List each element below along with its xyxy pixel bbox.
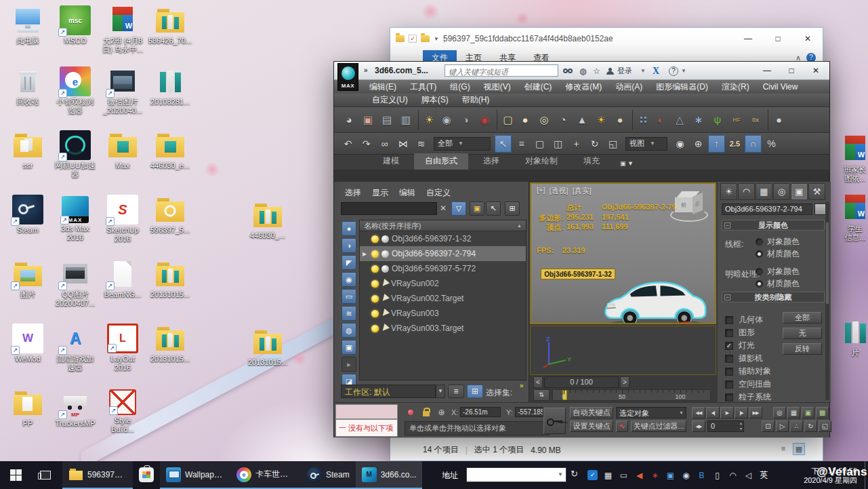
battery-icon[interactable]: ▯ xyxy=(710,468,724,482)
edit-box-icon[interactable]: ⊞ xyxy=(505,201,520,216)
antivirus-shield-icon[interactable]: ✓ xyxy=(585,468,600,482)
taskbar-app-steam[interactable]: Steam xyxy=(301,461,356,489)
visibility-bulb-icon[interactable] xyxy=(371,325,379,332)
menu-item[interactable]: 工具(T) xyxy=(403,81,443,93)
selection-filter-dropdown[interactable]: 全部▼ xyxy=(434,137,491,151)
scene-object-row[interactable]: VRaySun003.Target xyxy=(360,321,526,336)
menu-item[interactable]: 编辑(E) xyxy=(363,81,403,93)
category-button[interactable]: 全部 xyxy=(783,312,822,324)
qat-dropdown-icon[interactable]: ▼ xyxy=(434,36,439,42)
taskbar-app-folder[interactable]: 596397_5... xyxy=(62,461,133,489)
communication-center-icon[interactable]: ◍ xyxy=(579,65,586,77)
display-lights-icon[interactable]: ◤ xyxy=(342,255,356,270)
radio-option[interactable]: 对象颜色 xyxy=(756,236,800,248)
tab-display-icon[interactable]: ▣ xyxy=(791,183,808,200)
angle-snap-toggle-icon[interactable]: ∩ xyxy=(745,135,762,153)
tab-hierarchy-icon[interactable]: ▦ xyxy=(756,183,772,200)
visibility-bulb-icon[interactable] xyxy=(371,265,379,273)
panel-scrollbar[interactable] xyxy=(825,202,829,400)
monitor-icon[interactable]: ▭ xyxy=(617,468,631,482)
desktop-icon[interactable]: W班家长 图依... xyxy=(835,134,868,183)
viewport-header-token[interactable]: [+] xyxy=(537,186,545,196)
select-object-icon[interactable]: ↖ xyxy=(495,135,512,153)
key-selection-dropdown[interactable]: 选定对象▼ xyxy=(616,407,686,418)
display-bones-icon[interactable]: ▸ xyxy=(342,357,356,372)
selection-lock-icon[interactable] xyxy=(420,406,432,418)
search-binoculars-icon[interactable] xyxy=(563,65,573,77)
molecule-icon[interactable]: ◐ xyxy=(651,110,670,130)
taskbar-app-store[interactable] xyxy=(133,461,160,489)
visibility-bulb-icon[interactable] xyxy=(371,280,379,288)
select-and-move-icon[interactable]: + xyxy=(568,135,585,153)
display-groups-icon[interactable]: ◍ xyxy=(342,323,356,338)
tab-create-icon[interactable]: ☀ xyxy=(720,183,737,200)
checkbox-icon[interactable]: ✓ xyxy=(725,342,733,350)
wifi-icon[interactable]: ◠ xyxy=(726,468,740,482)
menu-item[interactable]: 创建(C) xyxy=(518,81,559,93)
ribbon-tab[interactable]: 选择 xyxy=(472,153,510,170)
radio-option[interactable]: 材质颜色 xyxy=(756,248,800,260)
display-shapes-icon[interactable]: ◑ xyxy=(342,238,356,253)
unlink-selection-icon[interactable]: ⋈ xyxy=(394,135,411,153)
category-row[interactable]: 几何体 xyxy=(725,314,763,326)
x-coordinate-field[interactable]: -26.51m xyxy=(460,407,501,417)
perspective-viewport[interactable]: [+][透视][真实] 总计 Obj3d66-596397-2-794 多边形:… xyxy=(530,182,716,324)
menu-item[interactable]: 脚本(S) xyxy=(415,94,455,106)
orbit-icon[interactable]: ↻ xyxy=(804,420,817,432)
filter-funnel-icon[interactable]: ▽ xyxy=(451,201,466,216)
volume-icon[interactable]: ◁ xyxy=(741,468,756,482)
particle-array-icon[interactable]: ∷ xyxy=(632,110,651,130)
desktop-icon[interactable]: 回收站 xyxy=(5,66,50,106)
timeline-slider[interactable]: 0 / 100 xyxy=(544,376,619,388)
login-dropdown-icon[interactable]: ▼ xyxy=(640,65,646,77)
select-by-name-icon[interactable]: ≡ xyxy=(513,135,530,153)
category-row[interactable]: ✓灯光 xyxy=(725,340,755,351)
app-grid-icon[interactable]: ▦ xyxy=(601,468,615,482)
taskbar-app-browser[interactable]: e卡车世界| ... xyxy=(230,461,301,489)
expand-icon[interactable]: ▶ xyxy=(363,251,369,257)
zero-x-icon[interactable]: 0x xyxy=(746,110,765,130)
collapse-icon[interactable]: − xyxy=(724,294,730,300)
steam-tray-icon[interactable]: ◉ xyxy=(679,468,693,482)
previous-frame-button[interactable]: ◀| xyxy=(706,407,720,418)
collapse-icon[interactable]: − xyxy=(724,222,730,229)
radio-icon[interactable] xyxy=(756,250,763,258)
address-dropdown-icon[interactable]: ▼ xyxy=(558,471,563,477)
ribbon-tab[interactable]: 自由形式 xyxy=(414,153,468,170)
tower-helper-icon[interactable]: △ xyxy=(670,110,689,130)
maximize-button[interactable]: □ xyxy=(763,28,793,50)
scene-object-row[interactable]: Obj3d66-596397-5-772 xyxy=(360,261,526,276)
desktop-icon[interactable]: PP xyxy=(5,388,50,428)
list-column-header[interactable]: 名称(按升序排序) ▲ xyxy=(360,220,526,231)
desktop-icon[interactable]: ↗Style Build... xyxy=(100,388,145,434)
key-mode-toggle[interactable]: ◀▶ xyxy=(692,420,705,432)
desktop-icon[interactable]: ↗微信图片 _2020040... xyxy=(100,66,145,115)
category-button[interactable]: 无 xyxy=(783,328,822,339)
go-to-end-button[interactable]: ▶▶ xyxy=(749,407,762,418)
scene-explorer-menu-item[interactable]: 自定义 xyxy=(426,187,451,199)
isolate-pin-icon[interactable] xyxy=(405,406,416,418)
desktop-icon[interactable]: W↗WeMod xyxy=(5,324,50,364)
tab-modify-icon[interactable]: ◠ xyxy=(738,183,755,200)
category-button[interactable]: 反转 xyxy=(783,343,822,355)
radio-icon[interactable] xyxy=(756,238,763,246)
display-geometry-icon[interactable]: ● xyxy=(342,221,356,236)
address-input[interactable]: ▼ xyxy=(466,467,566,482)
scene-object-row[interactable]: VRaySun002 xyxy=(360,276,526,291)
maximize-button[interactable]: □ xyxy=(779,66,804,75)
window-crossing-toggle-icon[interactable]: ◫ xyxy=(550,135,566,153)
properties-check-icon[interactable]: ✓ xyxy=(409,35,417,43)
category-row[interactable]: 图形 xyxy=(725,327,755,338)
sphere-big-icon[interactable]: ● xyxy=(768,110,787,130)
category-row[interactable]: 辅助对象 xyxy=(725,366,771,377)
desktop-icon[interactable]: 20131015... xyxy=(148,259,192,299)
login-label[interactable]: 登录 xyxy=(617,65,632,77)
overflow-chevron[interactable]: » xyxy=(520,382,524,389)
scene-object-row[interactable]: VRaySun002.Target xyxy=(360,291,526,306)
desktop-icon[interactable]: e↗小智双核浏 览器 xyxy=(53,66,98,115)
red-asterisk-icon[interactable]: ∗ xyxy=(648,468,662,482)
walk-through-icon[interactable]: ∴ xyxy=(790,420,803,432)
checkbox-icon[interactable] xyxy=(725,355,733,363)
desktop-icon[interactable]: S↗SketchUp 2016 xyxy=(100,195,145,243)
snowflake-icon[interactable]: ∗ xyxy=(689,110,708,130)
